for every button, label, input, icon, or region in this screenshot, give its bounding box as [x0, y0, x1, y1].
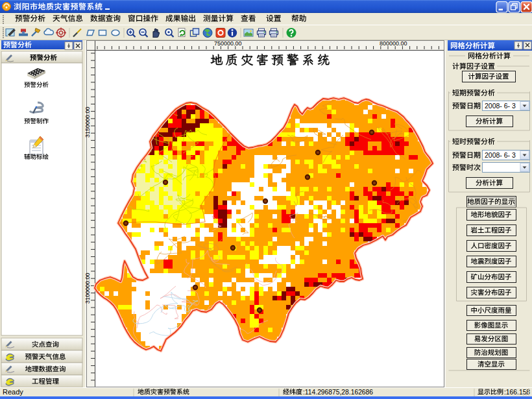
svg-text:3100000.00: 3100000.00 — [84, 272, 91, 304]
svg-text::114.296875,28.162686: :114.296875,28.162686 — [303, 389, 373, 396]
svg-text:800000.00: 800000.00 — [380, 40, 407, 47]
svg-text:3150000.00: 3150000.00 — [84, 106, 91, 138]
svg-text:2008- 6- 3: 2008- 6- 3 — [485, 151, 516, 159]
svg-text:Ready: Ready — [3, 388, 23, 396]
svg-text:750000.00: 750000.00 — [214, 40, 242, 47]
svg-text:2008- 6- 3: 2008- 6- 3 — [485, 102, 516, 110]
